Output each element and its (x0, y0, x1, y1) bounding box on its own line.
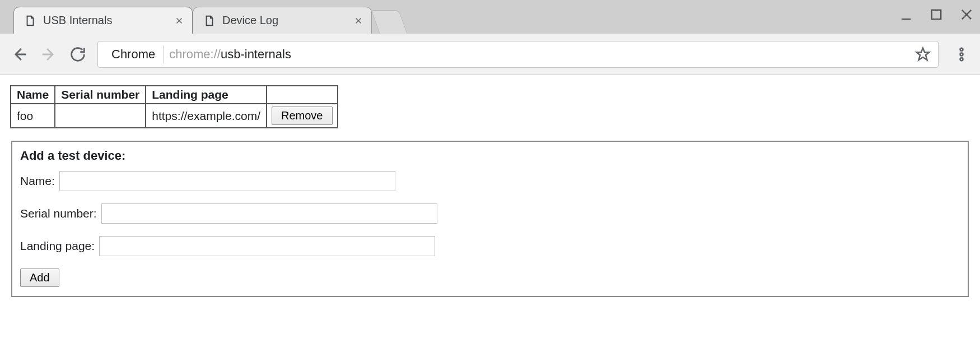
col-action (267, 86, 337, 104)
col-serial: Serial number (55, 86, 146, 104)
cell-landing: https://example.com/ (146, 104, 267, 128)
new-tab-button[interactable] (371, 10, 407, 34)
remove-button[interactable]: Remove (272, 107, 332, 125)
browser-chrome: USB Internals Device Log (0, 0, 980, 75)
chip-label: Chrome (111, 47, 155, 62)
security-chip[interactable]: Chrome (106, 45, 164, 63)
label-name: Name: (20, 174, 55, 188)
devices-table: Name Serial number Landing page foo http… (10, 85, 338, 128)
file-icon (24, 15, 36, 27)
name-input[interactable] (59, 171, 395, 191)
close-window-button[interactable] (959, 7, 974, 22)
add-button[interactable]: Add (20, 269, 59, 287)
cell-serial (55, 104, 146, 128)
landing-input[interactable] (99, 236, 435, 256)
close-icon[interactable] (353, 16, 363, 26)
address-bar[interactable]: Chrome chrome://usb-internals (97, 41, 939, 68)
cell-action: Remove (267, 104, 337, 128)
url-text: chrome://usb-internals (169, 47, 909, 62)
tab-strip: USB Internals Device Log (0, 0, 980, 34)
cell-name: foo (11, 104, 55, 128)
back-button[interactable] (10, 45, 29, 64)
tab-device-log[interactable]: Device Log (193, 7, 372, 34)
svg-point-4 (960, 53, 963, 55)
toolbar: Chrome chrome://usb-internals (0, 34, 980, 75)
svg-point-3 (960, 48, 963, 50)
maximize-button[interactable] (928, 7, 944, 22)
label-serial: Serial number: (20, 207, 97, 220)
add-device-form: Add a test device: Name: Serial number: … (11, 141, 969, 297)
col-name: Name (11, 86, 55, 104)
tab-title: USB Internals (43, 14, 167, 27)
url-scheme: chrome:// (169, 47, 221, 61)
serial-input[interactable] (101, 203, 437, 224)
table-header-row: Name Serial number Landing page (11, 86, 338, 104)
col-landing: Landing page (146, 86, 267, 104)
table-row: foo https://example.com/ Remove (11, 104, 338, 128)
page-content: Name Serial number Landing page foo http… (0, 75, 980, 307)
svg-rect-0 (932, 10, 941, 19)
window-controls (898, 7, 974, 22)
svg-point-5 (960, 58, 963, 61)
file-icon (203, 15, 216, 27)
form-title: Add a test device: (20, 149, 960, 163)
minimize-button[interactable] (898, 7, 914, 22)
overflow-menu-button[interactable] (953, 46, 970, 63)
tab-usb-internals[interactable]: USB Internals (13, 7, 193, 34)
url-path: usb-internals (221, 47, 291, 61)
reload-button[interactable] (68, 45, 87, 64)
forward-button[interactable] (39, 45, 58, 64)
bookmark-star-icon[interactable] (914, 46, 931, 63)
label-landing: Landing page: (20, 239, 95, 253)
close-icon[interactable] (174, 16, 184, 26)
tab-title: Device Log (222, 14, 347, 27)
